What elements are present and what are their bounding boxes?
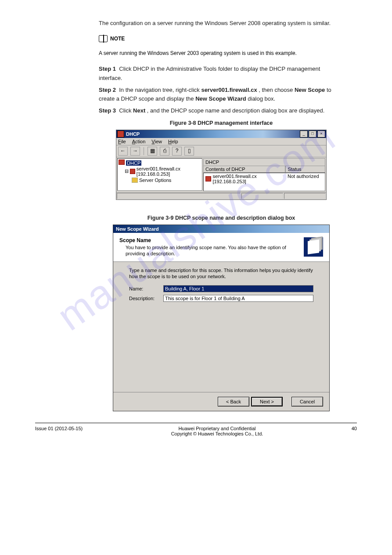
wizard-header-title: Scope Name <box>119 237 300 243</box>
description-input[interactable] <box>163 295 313 302</box>
step2-c: , then choose <box>259 87 295 93</box>
dhcp-titlebar: DHCP _ □ × <box>116 130 326 138</box>
figure-38-caption: Figure 3-8 DHCP management interface <box>99 120 344 126</box>
step3-label: Step 3 <box>99 107 116 114</box>
step3: Step 3 Click Next , and the DHCP scope n… <box>99 106 344 116</box>
menu-file[interactable]: File <box>118 139 126 144</box>
name-input[interactable] <box>163 285 313 292</box>
statusbar <box>116 192 326 200</box>
dhcp-window: DHCP _ □ × File Action View Help ← → ▦ ⎙… <box>116 130 327 200</box>
col-status[interactable]: Status <box>285 166 325 173</box>
back-button[interactable]: < Back <box>218 397 249 406</box>
col-contents[interactable]: Contents of DHCP <box>203 166 285 173</box>
step1-label: Step 1 <box>99 65 116 72</box>
row-server: server001.firewall.cx [192.168.0.253] <box>212 174 288 184</box>
step2-b: server001.firewall.cx <box>201 87 257 93</box>
page-number: 40 <box>352 426 357 436</box>
name-label: Name: <box>129 286 163 291</box>
description-row: Description: <box>129 295 313 302</box>
back-button[interactable]: ← <box>118 147 128 156</box>
forward-button[interactable]: → <box>130 147 140 156</box>
wizard-description: Type a name and description for this sco… <box>129 267 313 280</box>
close-button[interactable]: × <box>317 131 325 138</box>
figure-39-caption: Figure 3-9 DHCP scope name and descripti… <box>99 215 344 221</box>
list-row[interactable]: server001.firewall.cx [192.168.0.253] No… <box>204 173 325 185</box>
intro-text: The configuration on a server running th… <box>99 19 344 28</box>
server-icon <box>130 169 135 174</box>
tree-root[interactable]: DHCP <box>119 160 201 166</box>
step3-b: Next <box>133 107 145 114</box>
wizard-window: New Scope Wizard Scope Name You have to … <box>113 225 330 411</box>
step2: Step 2 In the navigation tree, right-cli… <box>99 86 344 104</box>
toolbar-separator <box>144 147 144 155</box>
wizard-footer: < Back Next > Cancel <box>113 392 329 411</box>
tree-server-options[interactable]: Server Options <box>132 177 201 183</box>
note-body: A server running the Windows Server 2003… <box>99 49 344 58</box>
dhcp-title: DHCP <box>126 131 300 137</box>
right-pane: DHCP Contents of DHCP Status server001.f… <box>203 158 325 191</box>
step3-a: Click <box>119 107 133 114</box>
step2-d: New Scope <box>295 87 325 93</box>
note-label: NOTE <box>110 36 125 42</box>
tree-server[interactable]: ⊟ server001.firewall.cx [192.168.0.253] <box>125 166 201 177</box>
wizard-header-text: Scope Name You have to provide an identi… <box>119 237 300 257</box>
wizard-titlebar: New Scope Wizard <box>113 225 329 233</box>
name-row: Name: <box>129 285 313 292</box>
list-header: Contents of DHCP Status <box>203 166 325 173</box>
minimize-button[interactable]: _ <box>300 131 308 138</box>
next-button[interactable]: Next > <box>251 397 283 406</box>
toolbar-btn-1[interactable]: ▦ <box>147 147 157 156</box>
wizard-header: Scope Name You have to provide an identi… <box>113 233 329 262</box>
menu-help[interactable]: Help <box>168 139 178 144</box>
help-icon[interactable]: ? <box>172 147 182 156</box>
step2-f: New Scope Wizard <box>195 95 246 102</box>
menu-view[interactable]: View <box>151 139 162 144</box>
status-cell-3 <box>284 193 326 199</box>
step1: Step 1 Click DHCP in the Administrative … <box>99 65 344 83</box>
wizard-body: Type a name and description for this sco… <box>113 262 329 392</box>
step3-c: , and the DHCP scope name and descriptio… <box>147 107 324 114</box>
step2-label: Step 2 <box>99 87 116 93</box>
bottom-rule <box>35 423 357 423</box>
step2-g: dialog box. <box>248 95 275 102</box>
spacer <box>284 397 290 406</box>
documents-icon <box>304 237 323 257</box>
menubar: File Action View Help <box>116 138 326 145</box>
maximize-button[interactable]: □ <box>309 131 316 138</box>
toolbar-btn-4[interactable]: ▯ <box>184 147 194 156</box>
step2-a: In the navigation tree, right-click <box>119 87 201 93</box>
footer-copyright: Huawei Proprietary and Confidential Copy… <box>171 426 263 436</box>
toolbar-btn-2[interactable]: ⎙ <box>160 147 169 156</box>
right-pane-header: DHCP <box>203 158 325 166</box>
wizard-header-sub: You have to provide an identifying scope… <box>126 244 300 257</box>
server-row-icon <box>205 176 211 181</box>
toolbar: ← → ▦ ⎙ ? ▯ <box>116 145 326 157</box>
list-body[interactable]: server001.firewall.cx [192.168.0.253] No… <box>203 173 325 191</box>
cancel-button[interactable]: Cancel <box>291 397 323 406</box>
tree-options-label: Server Options <box>139 178 171 183</box>
book-icon <box>99 35 108 42</box>
tree-server-label: server001.firewall.cx [192.168.0.253] <box>137 166 201 177</box>
folder-icon <box>132 178 138 183</box>
note-block: NOTE <box>99 35 344 42</box>
dhcp-body: DHCP ⊟ server001.firewall.cx [192.168.0.… <box>116 157 326 192</box>
tree-root-label: DHCP <box>126 160 141 166</box>
tree-pane[interactable]: DHCP ⊟ server001.firewall.cx [192.168.0.… <box>117 158 202 191</box>
step1-text: Click DHCP in the Administrative Tools f… <box>99 65 320 81</box>
row-status: Not authorized <box>288 174 325 184</box>
status-cell-2 <box>241 193 283 199</box>
menu-action[interactable]: Action <box>132 139 146 144</box>
window-buttons: _ □ × <box>300 131 325 138</box>
dhcp-app-icon <box>117 131 124 138</box>
status-cell-1 <box>117 193 241 199</box>
footer-issue: Issue 01 (2012-05-15) <box>35 426 83 436</box>
description-label: Description: <box>129 296 163 301</box>
dhcp-root-icon <box>119 160 125 165</box>
